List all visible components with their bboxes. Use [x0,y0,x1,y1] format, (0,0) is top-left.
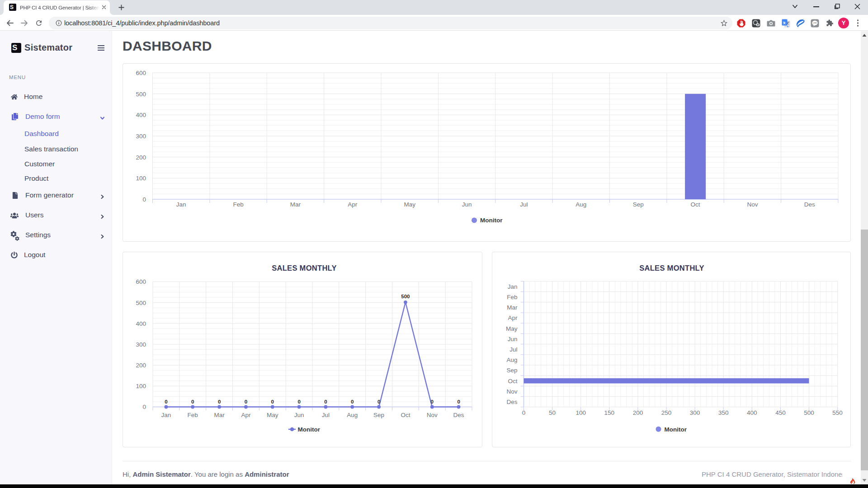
svg-text:0: 0 [457,399,460,404]
svg-text:200: 200 [633,409,643,416]
svg-text:Sep: Sep [506,367,517,374]
svg-text:May: May [267,412,278,418]
svg-text:Jun: Jun [462,201,472,208]
svg-text:300: 300 [136,341,146,348]
svg-text:Oct: Oct [508,378,517,385]
svg-text:LINE: LINE [813,22,817,24]
svg-text:Monitor: Monitor [665,426,687,433]
svg-text:Feb: Feb [188,412,198,418]
svg-text:SALES MONTHLY: SALES MONTHLY [272,264,337,272]
svg-text:200: 200 [136,362,146,369]
svg-text:Sep: Sep [633,201,644,208]
svg-text:Oct: Oct [691,201,700,208]
svg-text:550: 550 [832,409,843,416]
svg-text:Jul: Jul [322,412,330,418]
svg-text:Feb: Feb [233,201,243,208]
svg-text:Feb: Feb [507,294,517,300]
svg-text:Jun: Jun [508,336,518,343]
svg-text:0: 0 [245,399,247,404]
svg-text:Jan: Jan [176,201,186,208]
svg-text:0: 0 [191,399,194,404]
svg-text:400: 400 [136,320,146,327]
svg-text:Jul: Jul [509,346,517,353]
svg-text:0: 0 [431,399,434,404]
svg-text:0: 0 [324,399,327,404]
svg-text:400: 400 [136,112,146,118]
svg-text:100: 100 [136,175,146,182]
svg-text:0: 0 [142,404,146,410]
svg-text:Jun: Jun [294,412,304,418]
svg-text:150: 150 [604,409,615,416]
svg-text:Mar: Mar [507,304,518,311]
svg-text:500: 500 [804,409,814,416]
svg-text:Apr: Apr [348,201,358,208]
svg-text:Aug: Aug [506,357,517,363]
svg-text:50: 50 [549,409,556,416]
svg-text:350: 350 [718,409,729,416]
svg-text:Des: Des [804,201,815,208]
svg-text:0: 0 [351,399,354,404]
svg-text:Jan: Jan [161,412,171,418]
svg-text:Monitor: Monitor [480,217,503,224]
svg-text:0: 0 [522,409,526,416]
svg-text:0: 0 [271,399,274,404]
svg-text:0: 0 [297,399,300,404]
svg-text:May: May [506,325,518,332]
svg-text:Des: Des [506,399,517,405]
svg-text:Aug: Aug [347,412,358,418]
svg-text:450: 450 [775,409,786,416]
svg-text:600: 600 [136,70,146,76]
svg-text:0: 0 [218,399,221,404]
svg-text:0: 0 [377,399,380,404]
svg-text:100: 100 [136,383,146,389]
svg-text:250: 250 [661,409,672,416]
svg-text:SALES MONTHLY: SALES MONTHLY [639,264,704,272]
svg-text:Mar: Mar [214,412,225,418]
svg-text:500: 500 [401,294,410,299]
svg-text:400: 400 [747,409,757,416]
svg-text:Nov: Nov [747,201,758,208]
svg-text:Sep: Sep [373,412,384,418]
svg-text:Nov: Nov [506,388,517,395]
svg-text:500: 500 [136,300,146,306]
svg-text:May: May [404,201,415,208]
svg-text:300: 300 [690,409,700,416]
svg-text:200: 200 [136,154,146,161]
svg-text:Mar: Mar [290,201,301,208]
svg-text:600: 600 [136,278,146,285]
svg-text:300: 300 [136,133,146,140]
svg-text:Apr: Apr [241,412,251,418]
svg-text:0: 0 [165,399,167,404]
svg-text:0: 0 [142,196,146,203]
svg-text:100: 100 [576,409,586,416]
svg-text:Aug: Aug [576,201,586,208]
svg-text:Nov: Nov [427,412,438,418]
svg-text:Apr: Apr [508,314,518,321]
svg-text:Oct: Oct [401,412,410,418]
svg-text:500: 500 [136,91,146,98]
svg-text:Jul: Jul [520,201,528,208]
svg-text:Monitor: Monitor [298,426,321,433]
svg-text:Jan: Jan [508,283,518,290]
svg-text:Des: Des [453,412,464,418]
